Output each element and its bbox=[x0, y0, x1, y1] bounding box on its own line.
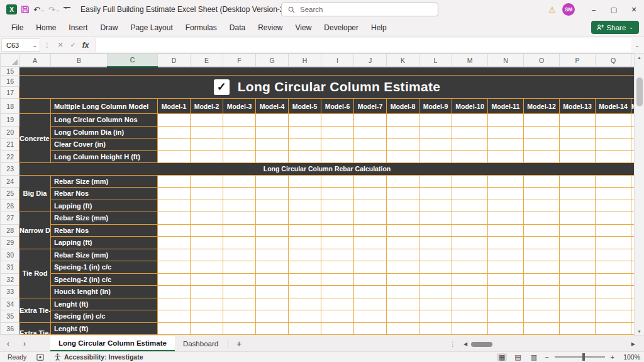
zoom-slider[interactable] bbox=[555, 356, 605, 358]
grid-cell[interactable] bbox=[488, 298, 524, 310]
ribbon-tab-developer[interactable]: Developer bbox=[318, 19, 365, 37]
grid-cell[interactable] bbox=[223, 200, 256, 212]
grid-cell[interactable] bbox=[289, 175, 321, 188]
grid-cell[interactable] bbox=[419, 212, 452, 225]
grid-cell[interactable] bbox=[524, 126, 560, 139]
grid-cell[interactable] bbox=[452, 237, 488, 249]
grid-cell[interactable] bbox=[321, 212, 354, 225]
grid-cell[interactable] bbox=[191, 273, 223, 286]
grid-cell[interactable] bbox=[289, 261, 321, 274]
horizontal-scrollbar-thumb[interactable] bbox=[471, 342, 492, 347]
grid-cell[interactable] bbox=[488, 273, 524, 286]
grid-cell[interactable] bbox=[387, 212, 419, 225]
grid-cell[interactable] bbox=[524, 114, 560, 127]
column-header-M[interactable]: M bbox=[452, 54, 488, 67]
grid-cell[interactable] bbox=[354, 249, 387, 261]
ribbon-tab-page-layout[interactable]: Page Layout bbox=[124, 19, 179, 37]
save-icon[interactable] bbox=[21, 5, 30, 14]
grid-cell[interactable] bbox=[387, 298, 419, 310]
grid-cell[interactable] bbox=[158, 249, 191, 261]
grid-cell[interactable] bbox=[158, 126, 191, 139]
grid-cell[interactable] bbox=[488, 237, 524, 249]
grid-cell[interactable] bbox=[289, 188, 321, 200]
avatar[interactable]: SM bbox=[562, 3, 575, 16]
customize-toolbar-icon[interactable] bbox=[64, 7, 70, 12]
grid-cell[interactable] bbox=[524, 200, 560, 212]
grid-cell[interactable] bbox=[488, 286, 524, 298]
zoom-out-button[interactable]: − bbox=[545, 353, 548, 361]
ribbon-tab-home[interactable]: Home bbox=[30, 19, 62, 37]
grid-cell[interactable] bbox=[452, 249, 488, 261]
grid-cell[interactable] bbox=[158, 322, 191, 335]
row-header-23[interactable]: 23 bbox=[1, 163, 19, 176]
grid-cell[interactable] bbox=[223, 114, 256, 127]
row-header-18[interactable]: 18 bbox=[1, 99, 19, 114]
grid-cell[interactable] bbox=[488, 212, 524, 225]
grid-cell[interactable] bbox=[596, 298, 631, 310]
grid-cell[interactable] bbox=[387, 139, 419, 151]
grid-cell[interactable] bbox=[560, 249, 596, 261]
grid-cell[interactable] bbox=[191, 114, 223, 127]
grid-cell[interactable] bbox=[560, 212, 596, 225]
grid-cell[interactable] bbox=[488, 310, 524, 323]
row-label-cell[interactable]: Specing-1 (in) c/c bbox=[51, 261, 158, 274]
enter-formula-icon[interactable]: ✓ bbox=[67, 41, 79, 49]
grid-cell[interactable] bbox=[256, 175, 289, 188]
group-label-cell[interactable]: Narrow Dia bbox=[19, 212, 51, 249]
grid-cell[interactable] bbox=[488, 150, 524, 163]
grid-cell[interactable] bbox=[158, 224, 191, 237]
close-button[interactable]: ✕ bbox=[624, 0, 644, 19]
grid-cell[interactable] bbox=[256, 188, 289, 200]
row-label-cell[interactable]: Specing (in) c/c bbox=[51, 310, 158, 323]
row-label-cell[interactable]: Houck lenght (in) bbox=[51, 286, 158, 298]
grid-cell[interactable] bbox=[158, 175, 191, 188]
tabbar-more-icon[interactable]: ⋮ bbox=[450, 341, 456, 348]
row-label-cell[interactable]: Long Circlar Column Nos bbox=[51, 114, 158, 127]
model-header-cell[interactable]: Model-9 bbox=[419, 99, 452, 114]
grid-cell[interactable] bbox=[354, 273, 387, 286]
sheet-tab-dashboard[interactable]: Dashboard bbox=[175, 336, 226, 351]
model-header-cell[interactable]: Model-2 bbox=[191, 99, 223, 114]
grid-cell[interactable] bbox=[387, 261, 419, 274]
grid-cell[interactable] bbox=[419, 261, 452, 274]
grid-cell[interactable] bbox=[191, 175, 223, 188]
grid-cell[interactable] bbox=[419, 114, 452, 127]
grid-cell[interactable] bbox=[452, 188, 488, 200]
row-label-cell[interactable]: Rebar Nos bbox=[51, 224, 158, 237]
minimize-button[interactable]: – bbox=[584, 0, 604, 19]
grid-cell[interactable] bbox=[387, 249, 419, 261]
grid-cell[interactable] bbox=[191, 298, 223, 310]
grid-cell[interactable] bbox=[596, 200, 631, 212]
grid-cell[interactable] bbox=[223, 310, 256, 323]
section-header-cell[interactable]: Long Circular Column Rebar Calculation bbox=[19, 163, 635, 176]
column-header-L[interactable]: L bbox=[419, 54, 452, 67]
column-header-F[interactable]: F bbox=[223, 54, 256, 67]
grid-cell[interactable] bbox=[452, 139, 488, 151]
grid-cell[interactable] bbox=[354, 188, 387, 200]
grid-cell[interactable] bbox=[419, 286, 452, 298]
grid-cell[interactable] bbox=[191, 150, 223, 163]
grid-cell[interactable] bbox=[354, 114, 387, 127]
grid-cell[interactable] bbox=[560, 261, 596, 274]
grid-cell[interactable] bbox=[560, 139, 596, 151]
grid-cell[interactable] bbox=[524, 261, 560, 274]
grid-cell[interactable] bbox=[321, 237, 354, 249]
insert-function-icon[interactable]: fx bbox=[79, 41, 92, 50]
grid-cell[interactable] bbox=[321, 175, 354, 188]
grid-cell[interactable] bbox=[256, 273, 289, 286]
grid-cell[interactable] bbox=[452, 298, 488, 310]
row-label-cell[interactable]: Rebar Nos bbox=[51, 188, 158, 200]
page-break-view-icon[interactable]: ▥ bbox=[529, 353, 539, 361]
grid-cell[interactable] bbox=[524, 188, 560, 200]
grid-cell[interactable] bbox=[452, 261, 488, 274]
grid-cell[interactable] bbox=[560, 237, 596, 249]
grid-cell[interactable] bbox=[560, 273, 596, 286]
grid-cell[interactable] bbox=[488, 261, 524, 274]
grid-cell[interactable] bbox=[289, 237, 321, 249]
column-header-E[interactable]: E bbox=[191, 54, 223, 67]
row-header-25[interactable]: 25 bbox=[1, 188, 19, 200]
row-header-19[interactable]: 19 bbox=[1, 114, 19, 127]
ribbon-tab-data[interactable]: Data bbox=[223, 19, 252, 37]
ribbon-tab-review[interactable]: Review bbox=[252, 19, 289, 37]
column-header-J[interactable]: J bbox=[354, 54, 387, 67]
